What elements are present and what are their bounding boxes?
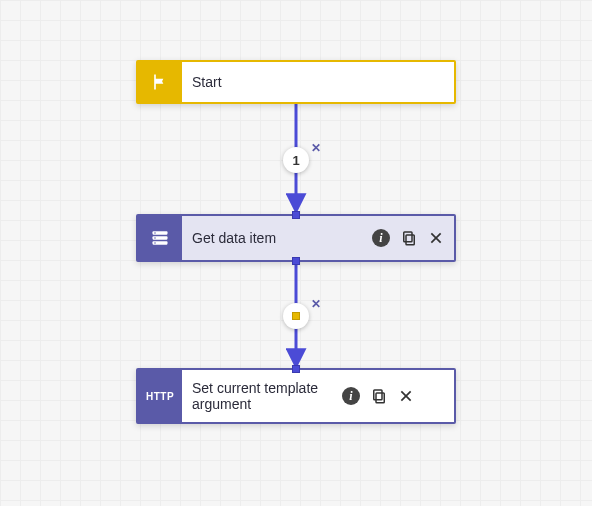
svg-point-4 [154,237,156,239]
http-icon: HTTP [138,370,182,422]
node-set-arg-label: Set current template argument [192,380,332,412]
node-start[interactable]: Start [136,60,456,104]
svg-rect-6 [406,235,414,245]
svg-rect-7 [404,232,412,242]
close-icon[interactable] [428,230,444,246]
node-get-data-label: Get data item [192,230,276,246]
svg-point-3 [154,232,156,234]
copy-icon[interactable] [370,387,388,405]
info-icon[interactable]: i [372,229,390,247]
node-port-out[interactable] [292,257,300,265]
workflow-canvas[interactable]: 1 ✕ ✕ Start Get data i [0,0,592,506]
http-icon-text: HTTP [146,391,174,402]
info-icon[interactable]: i [342,387,360,405]
connector-1-delete-icon[interactable]: ✕ [311,141,321,155]
connector-step-number: 1 [292,153,299,168]
node-start-label: Start [192,74,222,90]
connector-2-delete-icon[interactable]: ✕ [311,297,321,311]
connector-step-badge[interactable]: 1 [283,147,309,173]
node-set-template-argument[interactable]: HTTP Set current template argument i [136,368,456,424]
flag-icon [138,62,182,102]
node-port-in[interactable] [292,365,300,373]
node-port-in[interactable] [292,211,300,219]
copy-icon[interactable] [400,229,418,247]
database-icon [138,216,182,260]
node-get-data-item[interactable]: Get data item i [136,214,456,262]
close-icon[interactable] [398,388,414,404]
svg-rect-10 [376,393,384,403]
svg-rect-11 [374,390,382,400]
connector-waypoint[interactable] [292,312,300,320]
svg-point-5 [154,242,156,244]
